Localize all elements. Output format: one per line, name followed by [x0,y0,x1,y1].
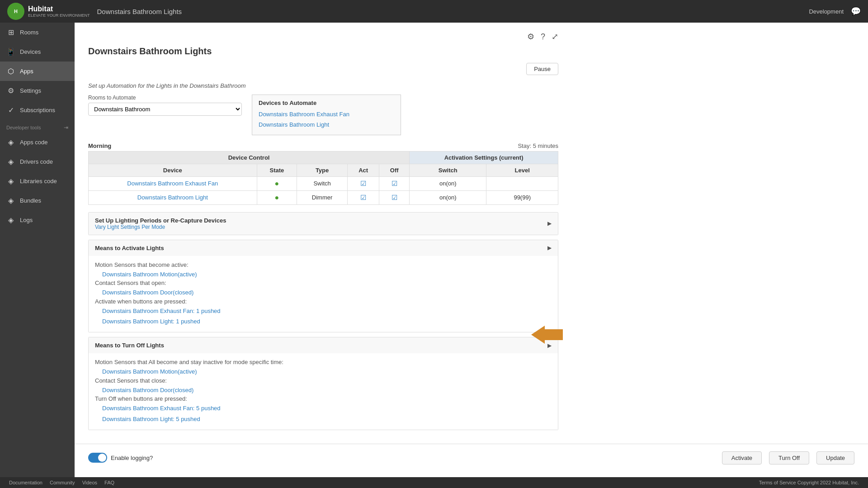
activate-button[interactable]: Activate [722,451,762,464]
update-button[interactable]: Update [816,451,854,464]
turnoff-button-link-2[interactable]: Downstairs Bathroom Light: 5 pushed [95,414,552,424]
help-icon[interactable]: ? [541,32,545,42]
motion-link-1[interactable]: Downstairs Bathroom Motion(active) [95,269,552,280]
top-nav: H Hubitat ELEVATE YOUR ENVIRONMENT Downs… [0,0,868,23]
row1-off-checkbox[interactable]: ☑ [392,180,397,187]
footer-links: Documentation Community Videos FAQ [9,480,114,485]
libraries-code-icon: ◈ [6,177,15,185]
sidebar-item-settings[interactable]: ⚙ Settings [0,81,75,100]
row1-state: ● [275,180,279,187]
turnoff-motion-link-1[interactable]: Downstairs Bathroom Motion(active) [95,366,552,377]
rooms-section: Rooms to Automate Downstairs Bathroom [88,95,246,116]
button-link-2[interactable]: Downstairs Bathroom Light: 1 pushed [95,316,552,327]
sidebar-label-subscriptions: Subscriptions [20,107,55,114]
footer-copyright: Terms of Service Copyright 2022 Hubitat,… [759,480,859,485]
sidebar-label-apps: Apps [20,68,33,75]
contact-link-1[interactable]: Downstairs Bathroom Door(closed) [95,287,552,298]
gear-icon[interactable]: ⚙ [527,32,534,42]
setup-panel-header[interactable]: Set Up Lighting Periods or Re-Capture De… [89,213,558,235]
turnoff-panel: Means to Turn Off Lights ▶ Motion Sensor… [88,337,558,430]
row2-off-checkbox[interactable]: ☑ [392,194,397,201]
col-device: Device [89,164,257,176]
sidebar-label-rooms: Rooms [20,29,38,36]
setup-panel-arrow: ▶ [547,220,552,227]
turnoff-panel-header[interactable]: Means to Turn Off Lights ▶ [89,337,558,353]
logo-icon: H [7,3,24,20]
turnoff-panel-body: Motion Sensors that All become and stay … [89,353,558,430]
turnoff-button[interactable]: Turn Off [769,451,809,464]
sidebar-label-settings: Settings [20,87,41,94]
device-table: Device Control Activation Settings (curr… [88,151,558,205]
device-control-header: Device Control [89,151,410,164]
sidebar-item-apps-code[interactable]: ◈ Apps code [0,133,75,152]
row1-type: Switch [297,176,348,190]
activation-header: Activation Settings (current) [410,151,558,164]
logging-toggle-row: Enable logging? [88,453,153,463]
sidebar-item-devices[interactable]: 📱 Devices [0,42,75,62]
logo-text: Hubitat ELEVATE YOUR ENVIRONMENT [28,5,90,18]
setup-panel: Set Up Lighting Periods or Re-Capture De… [88,212,558,235]
fullscreen-icon[interactable]: ⤢ [552,32,558,42]
pause-button[interactable]: Pause [526,63,558,75]
activate-panel-title: Means to Activate Lights [95,245,164,251]
device-link-2[interactable]: Downstairs Bathroom Light [259,119,394,130]
setup-panel-subtitle: Vary Light Settings Per Mode [95,224,226,230]
row1-level [486,176,558,190]
col-state: State [257,164,297,176]
footer-link-community[interactable]: Community [50,480,75,485]
setup-subtitle: Set up Automation for the Lights in the … [88,82,558,89]
page-title: Downstairs Bathroom Lights [97,8,182,15]
logging-toggle[interactable] [88,453,107,463]
turnoff-motion-label: Motion Sensors that All become and stay … [95,359,552,365]
rooms-icon: ⊞ [6,28,15,37]
content-inner: ⚙ ? ⤢ Downstairs Bathroom Lights Pause S… [75,23,572,444]
row2-device[interactable]: Downstairs Bathroom Light [137,194,208,201]
logging-label: Enable logging? [111,455,153,461]
main-title: Downstairs Bathroom Lights [88,46,558,57]
sidebar-label-apps-code: Apps code [20,139,47,146]
footer-link-faq[interactable]: FAQ [104,480,114,485]
row1-act-checkbox[interactable]: ☑ [360,180,366,187]
activate-panel-header[interactable]: Means to Activate Lights ▶ [89,240,558,256]
bundles-icon: ◈ [6,196,15,205]
footer-link-docs[interactable]: Documentation [9,480,42,485]
device-link-1[interactable]: Downstairs Bathroom Exhaust Fan [259,109,394,119]
notification-icon[interactable]: 💬 [851,6,861,16]
sidebar-item-logs[interactable]: ◈ Logs [0,210,75,230]
sidebar-item-rooms[interactable]: ⊞ Rooms [0,23,75,42]
sidebar-item-drivers-code[interactable]: ◈ Drivers code [0,152,75,171]
panels-container: Means to Activate Lights ▶ Motion Sensor… [88,240,558,430]
row2-act-checkbox[interactable]: ☑ [360,194,366,201]
col-act: Act [347,164,379,176]
row1-device[interactable]: Downstairs Bathroom Exhaust Fan [127,180,218,187]
collapse-icon[interactable]: ⇥ [64,124,68,131]
turnoff-button-label: Turn Off when buttons are pressed: [95,395,552,402]
developer-tools-section: Developer tools ⇥ [0,120,75,133]
content-icons: ⚙ ? ⤢ [527,32,558,42]
row2-switch: on(on) [410,190,486,204]
button-link-1[interactable]: Downstairs Bathroom Exhaust Fan: 1 pushe… [95,306,552,316]
rooms-label: Rooms to Automate [88,95,246,101]
setup-panel-title: Set Up Lighting Periods or Re-Capture De… [95,217,226,224]
sidebar-item-libraries-code[interactable]: ◈ Libraries code [0,171,75,191]
footer-link-videos[interactable]: Videos [82,480,97,485]
main-layout: ⊞ Rooms 📱 Devices ⬡ Apps ⚙ Settings ✓ Su… [0,23,868,477]
rooms-select[interactable]: Downstairs Bathroom [88,103,242,116]
apps-icon: ⬡ [6,67,15,76]
devices-icon: 📱 [6,47,15,56]
motion-label: Motion Sensors that become active: [95,261,552,268]
sidebar-item-apps[interactable]: ⬡ Apps [0,62,75,81]
setup-panel-titles: Set Up Lighting Periods or Re-Capture De… [95,217,226,230]
sidebar-item-subscriptions[interactable]: ✓ Subscriptions [0,100,75,120]
content-area: ⚙ ? ⤢ Downstairs Bathroom Lights Pause S… [75,23,868,477]
turnoff-button-link-1[interactable]: Downstairs Bathroom Exhaust Fan: 5 pushe… [95,403,552,413]
devices-automate-title: Devices to Automate [259,99,394,106]
sidebar-label-logs: Logs [20,217,33,223]
settings-icon: ⚙ [6,86,15,95]
sidebar-label-libraries-code: Libraries code [20,178,57,185]
col-switch: Switch [410,164,486,176]
sidebar-item-bundles[interactable]: ◈ Bundles [0,191,75,210]
drivers-code-icon: ◈ [6,157,15,166]
button-label: Activate when buttons are pressed: [95,298,552,305]
turnoff-contact-link-1[interactable]: Downstairs Bathroom Door(closed) [95,385,552,395]
